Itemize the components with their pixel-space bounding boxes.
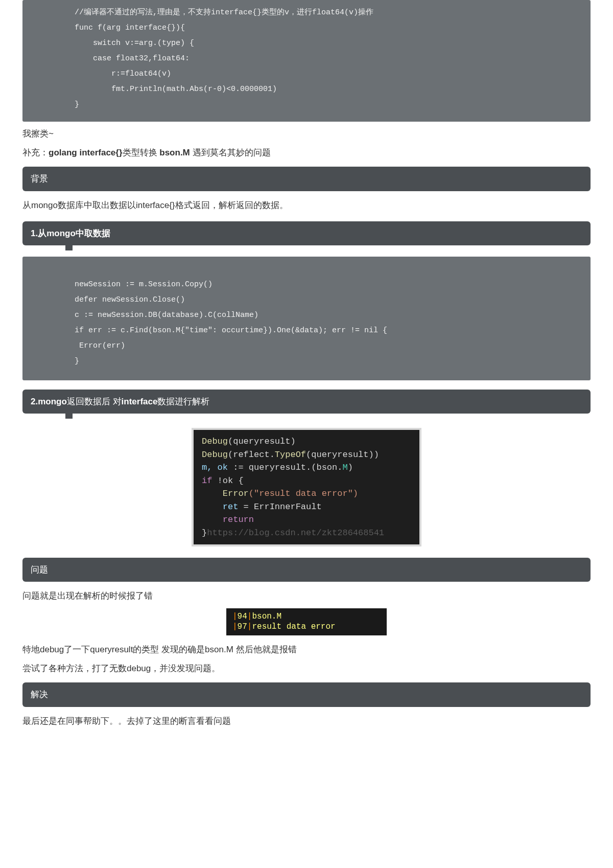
text-bold-interface: interface xyxy=(122,397,158,406)
text-bold-golang: golang interface{} xyxy=(49,148,123,157)
section-header-fetch-mongo: 1.从mongo中取数据 xyxy=(22,221,591,245)
paragraph-tried-desc: 尝试了各种方法，打了无数debug，并没发现问题。 xyxy=(22,661,591,675)
text-bold-bson: bson.M xyxy=(159,148,190,157)
text-prefix: 补充： xyxy=(22,148,49,157)
section-header-solve: 解决 xyxy=(22,682,591,706)
error-screenshot: |94|bson.M |97|result data error xyxy=(226,608,387,636)
text-prefix: 2.mongo xyxy=(31,397,67,406)
header-notch-icon xyxy=(65,245,73,250)
paragraph-debug-desc: 特地debug了一下queryresult的类型 发现的确是bson.M 然后他… xyxy=(22,643,591,656)
paragraph-supplement: 补充：golang interface{}类型转换 bson.M 遇到莫名其妙的… xyxy=(22,146,591,159)
section-header-problem: 问题 xyxy=(22,558,591,582)
paragraph-solve-desc: 最后还是在同事帮助下。。去掉了这里的断言看看问题 xyxy=(22,714,591,728)
code-screenshot-debug: Debug(queryresult) Debug(reflect.TypeOf(… xyxy=(192,428,421,546)
text-mid: 返回数据后 对 xyxy=(67,397,122,406)
text-suffix: 中取数据 xyxy=(76,229,110,238)
code-block-mongo-fetch: newSession := m.Session.Copy() defer new… xyxy=(22,257,591,380)
text-bold-mongo: mongo xyxy=(46,229,76,238)
paragraph-exclaim: 我擦类~ xyxy=(22,127,591,141)
text-suffix: 遇到莫名其妙的问题 xyxy=(190,148,271,157)
paragraph-background-desc: 从mongo数据库中取出数据以interface{}格式返回，解析返回的数据。 xyxy=(22,198,591,212)
code-block-compiler-error: //编译器不通过的写法,理由是，不支持interface{}类型的v，进行flo… xyxy=(22,0,591,122)
text-suffix: 数据进行解析 xyxy=(157,397,209,406)
section-header-background: 背景 xyxy=(22,167,591,191)
header-notch-icon xyxy=(65,414,73,419)
text-mid: 类型转换 xyxy=(123,148,160,157)
paragraph-problem-desc: 问题就是出现在解析的时候报了错 xyxy=(22,589,591,603)
text-prefix: 1.从 xyxy=(31,229,46,238)
section-header-parse-interface: 2.mongo返回数据后 对interface数据进行解析 xyxy=(22,390,591,414)
